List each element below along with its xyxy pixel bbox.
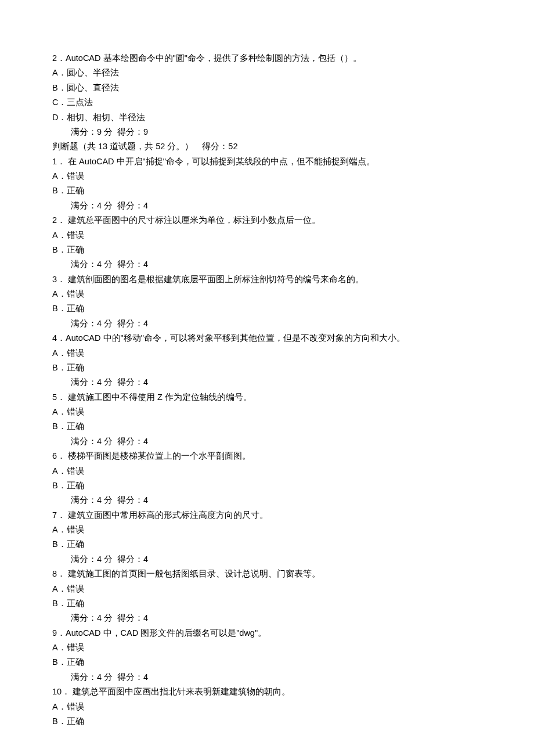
judge-q3-score-line: 满分：4 分 得分：4 — [52, 316, 482, 331]
judge-q4-option-b: B．正确 — [52, 361, 482, 375]
judge-q10-option-a: A．错误 — [52, 700, 482, 714]
mcq2-option-b: B．圆心、直径法 — [52, 81, 482, 95]
judge-q8-option-a: A．错误 — [52, 582, 482, 596]
judge-q7-score-line: 满分：4 分 得分：4 — [52, 552, 482, 567]
judge-q2-block: 2． 建筑总平面图中的尺寸标注以厘米为单位，标注到小数点后一位。 A．错误 B．… — [52, 213, 482, 272]
judge-q9-score-line: 满分：4 分 得分：4 — [52, 670, 482, 685]
judge-q6-block: 6． 楼梯平面图是楼梯某位置上的一个水平剖面图。 A．错误 B．正确 满分：4 … — [52, 449, 482, 508]
mcq2-score-line: 满分：9 分 得分：9 — [52, 125, 482, 139]
judge-q10-option-b: B．正确 — [52, 714, 482, 729]
judge-q1-score-line: 满分：4 分 得分：4 — [52, 199, 482, 213]
judge-q7-option-b: B．正确 — [52, 537, 482, 552]
judge-q3-option-a: A．错误 — [52, 287, 482, 301]
mcq2-option-a: A．圆心、半径法 — [52, 66, 482, 80]
judge-q9-option-b: B．正确 — [52, 655, 482, 669]
mcq2-stem: 2．AutoCAD 基本绘图命令中的"圆"命令，提供了多种绘制圆的方法，包括（）… — [52, 51, 482, 66]
judge-q4-option-a: A．错误 — [52, 346, 482, 361]
judge-q2-stem: 2． 建筑总平面图中的尺寸标注以厘米为单位，标注到小数点后一位。 — [52, 213, 482, 228]
mcq2-block: 2．AutoCAD 基本绘图命令中的"圆"命令，提供了多种绘制圆的方法，包括（）… — [52, 51, 482, 139]
judge-q3-option-b: B．正确 — [52, 301, 482, 316]
judge-q6-option-a: A．错误 — [52, 464, 482, 478]
judge-q5-option-b: B．正确 — [52, 419, 482, 434]
judge-q7-block: 7． 建筑立面图中常用标高的形式标注高度方向的尺寸。 A．错误 B．正确 满分：… — [52, 508, 482, 567]
judge-q9-option-a: A．错误 — [52, 640, 482, 655]
judge-q7-option-a: A．错误 — [52, 523, 482, 537]
judge-q4-score-line: 满分：4 分 得分：4 — [52, 375, 482, 390]
judge-q9-block: 9．AutoCAD 中，CAD 图形文件的后缀名可以是"dwg"。 A．错误 B… — [52, 626, 482, 685]
mcq2-option-c: C．三点法 — [52, 95, 482, 110]
judge-q3-block: 3． 建筑剖面图的图名是根据建筑底层平面图上所标注剖切符号的编号来命名的。 A．… — [52, 272, 482, 332]
judge-q8-option-b: B．正确 — [52, 596, 482, 611]
judge-q6-option-b: B．正确 — [52, 478, 482, 493]
judge-q2-option-b: B．正确 — [52, 243, 482, 257]
judge-q1-block: 1． 在 AutoCAD 中开启"捕捉"命令，可以捕捉到某线段的中点，但不能捕捉… — [52, 154, 482, 214]
judge-section-header: 判断题（共 13 道试题，共 52 分。） 得分：52 — [52, 139, 482, 154]
judge-q1-stem: 1． 在 AutoCAD 中开启"捕捉"命令，可以捕捉到某线段的中点，但不能捕捉… — [52, 154, 482, 169]
judge-q5-option-a: A．错误 — [52, 405, 482, 419]
judge-q8-score-line: 满分：4 分 得分：4 — [52, 611, 482, 625]
judge-q9-stem: 9．AutoCAD 中，CAD 图形文件的后缀名可以是"dwg"。 — [52, 626, 482, 640]
judge-q2-score-line: 满分：4 分 得分：4 — [52, 257, 482, 272]
judge-q1-option-a: A．错误 — [52, 169, 482, 183]
judge-q5-stem: 5． 建筑施工图中不得使用 Z 作为定位轴线的编号。 — [52, 390, 482, 405]
judge-q4-block: 4．AutoCAD 中的"移动"命令，可以将对象平移到其他位置，但是不改变对象的… — [52, 331, 482, 390]
judge-q8-block: 8． 建筑施工图的首页图一般包括图纸目录、设计总说明、门窗表等。 A．错误 B．… — [52, 567, 482, 626]
judge-q5-score-line: 满分：4 分 得分：4 — [52, 434, 482, 449]
judge-q6-stem: 6． 楼梯平面图是楼梯某位置上的一个水平剖面图。 — [52, 449, 482, 463]
judge-q5-block: 5． 建筑施工图中不得使用 Z 作为定位轴线的编号。 A．错误 B．正确 满分：… — [52, 390, 482, 449]
judge-q10-block: 10． 建筑总平面图中应画出指北针来表明新建建筑物的朝向。 A．错误 B．正确 — [52, 685, 482, 729]
judge-q6-score-line: 满分：4 分 得分：4 — [52, 493, 482, 507]
judge-q1-option-b: B．正确 — [52, 183, 482, 198]
judge-q3-stem: 3． 建筑剖面图的图名是根据建筑底层平面图上所标注剖切符号的编号来命名的。 — [52, 272, 482, 287]
judge-q10-stem: 10． 建筑总平面图中应画出指北针来表明新建建筑物的朝向。 — [52, 685, 482, 699]
mcq2-option-d: D．相切、相切、半径法 — [52, 110, 482, 125]
judge-q2-option-a: A．错误 — [52, 228, 482, 243]
judge-q8-stem: 8． 建筑施工图的首页图一般包括图纸目录、设计总说明、门窗表等。 — [52, 567, 482, 581]
judge-q7-stem: 7． 建筑立面图中常用标高的形式标注高度方向的尺寸。 — [52, 508, 482, 523]
judge-q4-stem: 4．AutoCAD 中的"移动"命令，可以将对象平移到其他位置，但是不改变对象的… — [52, 331, 482, 345]
document-page: 2．AutoCAD 基本绘图命令中的"圆"命令，提供了多种绘制圆的方法，包括（）… — [0, 0, 534, 752]
